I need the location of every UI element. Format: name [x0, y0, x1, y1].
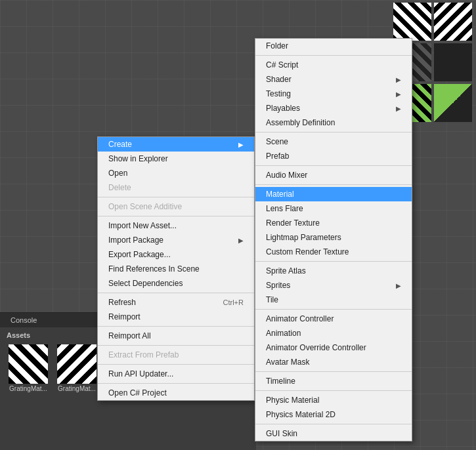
menu-item-folder[interactable]: Folder	[255, 39, 412, 53]
sep-s1	[255, 55, 412, 56]
menu-item-open[interactable]: Open	[98, 166, 254, 180]
asset-name-2: GratingMat...	[58, 385, 96, 392]
menu-item-prefab[interactable]: Prefab	[255, 149, 412, 163]
import-package-arrow-icon: ▶	[238, 237, 244, 244]
menu-item-material[interactable]: Material	[255, 187, 412, 201]
menu-item-delete: Delete	[98, 180, 254, 195]
menu-item-open-scene-additive: Open Scene Additive	[98, 199, 254, 214]
separator-6	[98, 364, 254, 365]
menu-item-custom-render[interactable]: Custom Render Texture	[255, 245, 412, 259]
menu-item-api-updater[interactable]: Run API Updater...	[98, 367, 254, 381]
corner-thumb-2	[434, 3, 472, 41]
asset-thumb-2	[57, 344, 97, 384]
menu-item-animation[interactable]: Animation	[255, 326, 412, 340]
refresh-shortcut: Ctrl+R	[223, 298, 244, 306]
menu-item-shader[interactable]: Shader ▶	[255, 72, 412, 87]
separator-7	[98, 383, 254, 384]
separator-5	[98, 345, 254, 346]
menu-item-timeline[interactable]: Timeline	[255, 374, 412, 388]
menu-item-show-explorer[interactable]: Show in Explorer	[98, 152, 254, 166]
secondary-context-menu: Folder C# Script Shader ▶ Testing ▶ Play…	[255, 38, 412, 441]
menu-item-animator-controller[interactable]: Animator Controller	[255, 312, 412, 326]
sep-s8	[255, 390, 412, 391]
corner-thumb-4	[434, 43, 472, 81]
arrow-icon: ▶	[238, 141, 244, 148]
sep-s9	[255, 424, 412, 424]
console-tab[interactable]: Console	[5, 315, 42, 325]
asset-name-1: GratingMat...	[9, 385, 47, 392]
menu-item-open-csharp[interactable]: Open C# Project	[98, 386, 254, 400]
menu-item-testing[interactable]: Testing ▶	[255, 87, 412, 101]
menu-item-lens-flare[interactable]: Lens Flare	[255, 201, 412, 216]
sep-s5	[255, 261, 412, 262]
menu-item-lightmap-params[interactable]: Lightmap Parameters	[255, 230, 412, 245]
menu-item-select-dependencies[interactable]: Select Dependencies	[98, 276, 254, 291]
sep-s3	[255, 165, 412, 166]
sep-s6	[255, 309, 412, 310]
sprites-arrow-icon: ▶	[396, 282, 401, 289]
menu-item-reimport-all[interactable]: Reimport All	[98, 329, 254, 343]
asset-thumb-1	[9, 344, 48, 384]
menu-item-extract-prefab: Extract From Prefab	[98, 348, 254, 362]
sep-s4	[255, 184, 412, 185]
shader-arrow-icon: ▶	[396, 76, 401, 83]
menu-item-create[interactable]: Create ▶	[98, 137, 254, 152]
menu-item-scene[interactable]: Scene	[255, 134, 412, 149]
corner-thumb-1	[393, 3, 431, 41]
menu-item-reimport[interactable]: Reimport	[98, 310, 254, 324]
menu-item-render-texture[interactable]: Render Texture	[255, 216, 412, 230]
separator-2	[98, 216, 254, 216]
menu-item-gui-skin[interactable]: GUI Skin	[255, 426, 412, 441]
menu-item-sprite-atlas[interactable]: Sprite Atlas	[255, 264, 412, 278]
separator-3	[98, 293, 254, 293]
menu-item-animator-override[interactable]: Animator Override Controller	[255, 340, 412, 355]
menu-item-tile[interactable]: Tile	[255, 293, 412, 307]
sep-s7	[255, 371, 412, 372]
asset-item-2[interactable]: GratingMat...	[54, 344, 100, 392]
menu-item-import-package[interactable]: Import Package ▶	[98, 233, 254, 247]
menu-item-sprites[interactable]: Sprites ▶	[255, 278, 412, 293]
menu-item-playables[interactable]: Playables ▶	[255, 101, 412, 115]
menu-item-avatar-mask[interactable]: Avatar Mask	[255, 355, 412, 369]
menu-item-refresh[interactable]: Refresh Ctrl+R	[98, 295, 254, 310]
playables-arrow-icon: ▶	[396, 105, 401, 112]
sep-s2	[255, 132, 412, 133]
menu-item-find-references[interactable]: Find References In Scene	[98, 262, 254, 276]
menu-item-import-new[interactable]: Import New Asset...	[98, 218, 254, 233]
corner-thumb-6	[434, 84, 472, 122]
menu-item-assembly-def[interactable]: Assembly Definition	[255, 115, 412, 130]
primary-context-menu: Create ▶ Show in Explorer Open Delete Op…	[97, 136, 255, 401]
separator-4	[98, 326, 254, 327]
menu-item-physic-material[interactable]: Physic Material	[255, 393, 412, 407]
menu-item-export-package[interactable]: Export Package...	[98, 247, 254, 262]
testing-arrow-icon: ▶	[396, 91, 401, 98]
separator-1	[98, 197, 254, 197]
asset-item-1[interactable]: GratingMat...	[5, 344, 51, 392]
menu-item-physics-2d[interactable]: Physics Material 2D	[255, 407, 412, 422]
menu-item-csharp-script[interactable]: C# Script	[255, 58, 412, 72]
menu-item-audio-mixer[interactable]: Audio Mixer	[255, 168, 412, 182]
